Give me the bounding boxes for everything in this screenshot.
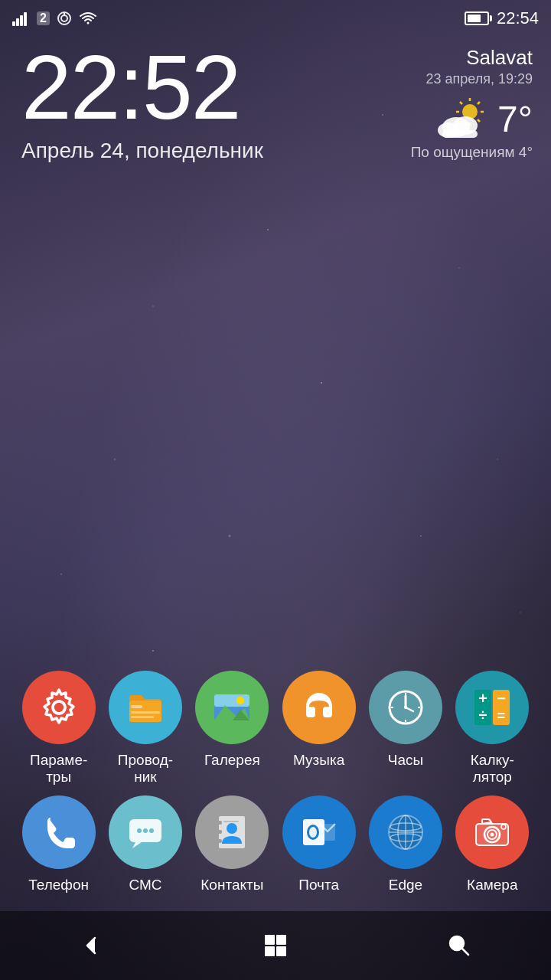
contacts-icon-circle xyxy=(195,795,269,869)
svg-rect-24 xyxy=(131,711,160,714)
svg-rect-51 xyxy=(217,821,222,825)
app-row-2: Телефон СМС xyxy=(15,795,536,894)
calc-icon-circle: + − ÷ = xyxy=(455,671,529,744)
svg-point-58 xyxy=(309,827,317,838)
phone-icon-circle xyxy=(22,795,96,869)
app-row-1: Параме-тры Провод-ник xyxy=(15,671,536,787)
svg-rect-25 xyxy=(131,716,154,718)
windows-logo-svg xyxy=(262,932,289,959)
calc-label: Калку-лятор xyxy=(471,752,514,787)
weather-user: Salavat xyxy=(411,46,533,70)
back-button[interactable] xyxy=(69,923,115,969)
app-grid: Параме-тры Провод-ник xyxy=(0,671,551,903)
svg-rect-52 xyxy=(217,830,222,834)
weather-icon xyxy=(436,96,490,141)
search-button[interactable] xyxy=(436,923,482,969)
outlook-svg xyxy=(298,812,340,853)
svg-rect-1 xyxy=(16,18,19,26)
gallery-label: Галерея xyxy=(204,752,260,769)
svg-point-21 xyxy=(53,701,65,714)
weather-update-time: 23 апреля, 19:29 xyxy=(411,71,533,87)
settings-label: Параме-тры xyxy=(30,752,87,787)
settings-icon-circle xyxy=(22,671,96,744)
weather-main: 7° xyxy=(411,96,533,141)
app-gallery[interactable]: Галерея xyxy=(191,671,273,787)
svg-point-28 xyxy=(236,697,244,704)
svg-text:−: − xyxy=(497,690,506,707)
status-time: 22:54 xyxy=(497,8,539,28)
sms-label: СМС xyxy=(129,877,161,894)
gallery-icon-circle xyxy=(195,671,269,744)
calc-svg: + − ÷ = xyxy=(471,687,513,728)
weather-temperature: 7° xyxy=(497,98,533,140)
clock-icon-circle xyxy=(369,671,442,744)
svg-rect-23 xyxy=(131,705,142,708)
main-clock: 22:52 xyxy=(21,42,263,132)
clock-svg xyxy=(385,687,426,728)
svg-point-71 xyxy=(491,833,494,837)
svg-text:+: + xyxy=(478,690,487,707)
svg-rect-6 xyxy=(64,12,65,15)
svg-rect-3 xyxy=(24,12,27,26)
svg-rect-0 xyxy=(12,21,15,26)
svg-rect-27 xyxy=(214,694,249,707)
app-sms[interactable]: СМС xyxy=(104,795,187,894)
battery-icon xyxy=(465,11,489,25)
status-bar: 2 22:54 xyxy=(0,0,551,37)
music-icon-circle xyxy=(282,671,356,744)
files-icon-circle xyxy=(109,671,182,744)
music-label: Музыка xyxy=(293,752,344,769)
svg-point-48 xyxy=(143,828,148,833)
svg-point-49 xyxy=(149,828,154,833)
weather-cloud-sun-svg xyxy=(436,96,490,141)
app-clock[interactable]: Часы xyxy=(364,671,447,787)
clock-area: 22:52 Апрель 24, понедельник xyxy=(21,42,263,163)
home-button[interactable] xyxy=(253,923,298,969)
clock-label: Часы xyxy=(388,752,423,769)
svg-text:÷: ÷ xyxy=(479,707,487,724)
wifi-icon xyxy=(79,11,97,26)
svg-point-5 xyxy=(61,15,67,21)
weather-feels-like: По ощущениям 4° xyxy=(411,144,533,161)
app-settings[interactable]: Параме-тры xyxy=(18,671,100,787)
app-calc[interactable]: + − ÷ = Калку-лятор xyxy=(451,671,533,787)
svg-marker-46 xyxy=(132,842,142,848)
camera-label: Камера xyxy=(467,877,517,894)
app-files[interactable]: Провод-ник xyxy=(104,671,187,787)
camera-svg xyxy=(471,812,513,853)
sms-icon-circle xyxy=(109,795,182,869)
svg-rect-53 xyxy=(217,839,222,843)
svg-rect-73 xyxy=(265,935,275,945)
edge-icon-circle xyxy=(369,795,442,869)
svg-point-54 xyxy=(227,823,237,834)
svg-line-15 xyxy=(478,102,480,104)
app-music[interactable]: Музыка xyxy=(278,671,360,787)
svg-line-12 xyxy=(460,102,462,104)
nfc-icon xyxy=(56,11,73,26)
app-contacts[interactable]: Контакты xyxy=(191,795,273,894)
edge-label: Edge xyxy=(389,877,422,894)
contacts-label: Контакты xyxy=(201,877,263,894)
svg-rect-75 xyxy=(265,946,275,956)
status-left: 2 xyxy=(12,11,97,26)
date-label: Апрель 24, понедельник xyxy=(21,139,263,163)
status-right: 22:54 xyxy=(465,8,539,28)
app-camera[interactable]: Камера xyxy=(451,795,533,894)
settings-gear-svg xyxy=(38,687,80,728)
sim-badge: 2 xyxy=(37,11,50,25)
phone-label: Телефон xyxy=(28,877,89,894)
svg-rect-19 xyxy=(442,130,478,138)
svg-rect-55 xyxy=(223,821,239,822)
phone-svg xyxy=(38,812,80,853)
files-label: Провод-ник xyxy=(118,752,173,787)
camera-icon-circle xyxy=(455,795,529,869)
weather-widget[interactable]: Salavat 23 апреля, 19:29 xyxy=(411,46,533,161)
app-mail[interactable]: Почта xyxy=(278,795,360,894)
contacts-svg xyxy=(211,812,253,853)
app-edge[interactable]: Edge xyxy=(364,795,447,894)
svg-point-47 xyxy=(137,828,142,833)
app-phone[interactable]: Телефон xyxy=(18,795,100,894)
mail-label: Почта xyxy=(298,877,339,894)
svg-rect-76 xyxy=(276,946,286,956)
music-headphones-svg xyxy=(298,687,340,728)
